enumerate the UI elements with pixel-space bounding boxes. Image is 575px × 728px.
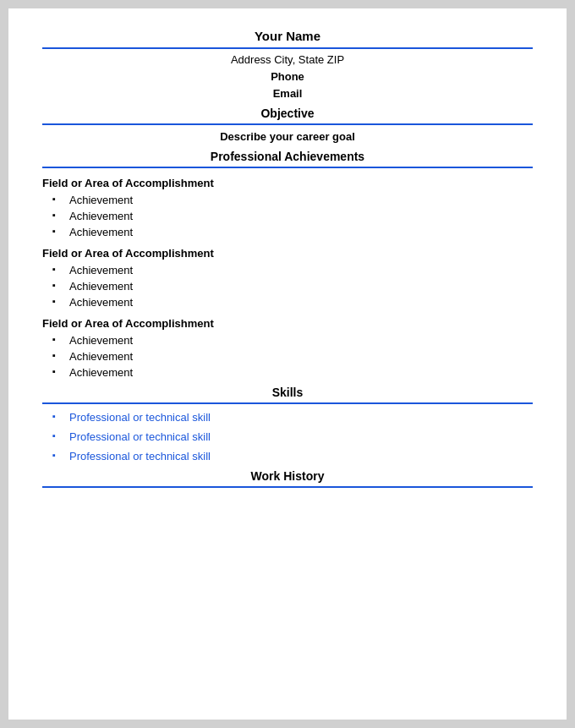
- phone-line: Phone: [42, 70, 533, 83]
- objective-divider: [42, 123, 533, 125]
- achievement-list-3: Achievement Achievement Achievement: [59, 334, 533, 379]
- skill-item-1: Professional or technical skill: [59, 411, 533, 424]
- skills-header: Skills: [42, 386, 533, 399]
- achievement-item: Achievement: [59, 210, 533, 222]
- achievement-item: Achievement: [59, 280, 533, 293]
- address-line: Address City, State ZIP: [42, 53, 533, 66]
- field-header-1: Field or Area of Accomplishment: [42, 177, 533, 189]
- skills-list: Professional or technical skill Professi…: [59, 411, 533, 463]
- skill-item-2: Professional or technical skill: [59, 430, 533, 443]
- skills-divider: [42, 402, 533, 404]
- skill-item-3: Professional or technical skill: [59, 450, 533, 463]
- name-divider: [42, 47, 533, 49]
- achievements-header: Professional Achievements: [42, 150, 533, 163]
- achievement-item: Achievement: [59, 194, 533, 206]
- skills-section: Skills Professional or technical skill P…: [42, 386, 533, 463]
- achievement-item: Achievement: [59, 226, 533, 238]
- achievements-divider: [42, 167, 533, 168]
- objective-content: Describe your career goal: [42, 130, 533, 143]
- work-history-header: Work History: [42, 469, 533, 483]
- achievement-item: Achievement: [59, 334, 533, 347]
- achievement-item: Achievement: [59, 366, 533, 379]
- objective-header: Objective: [42, 107, 533, 120]
- field-header-2: Field or Area of Accomplishment: [42, 247, 533, 260]
- achievements-section: Professional Achievements Field or Area …: [42, 150, 533, 379]
- field-header-3: Field or Area of Accomplishment: [42, 317, 533, 330]
- achievement-item: Achievement: [59, 296, 533, 309]
- achievement-item: Achievement: [59, 264, 533, 276]
- achievement-list-2: Achievement Achievement Achievement: [59, 264, 533, 309]
- resume-name: Your Name: [255, 29, 320, 43]
- resume-page: Your Name Address City, State ZIP Phone …: [8, 8, 567, 720]
- name-section: Your Name: [42, 29, 533, 44]
- achievement-item: Achievement: [59, 350, 533, 363]
- email-line: Email: [42, 87, 533, 100]
- achievement-list-1: Achievement Achievement Achievement: [59, 194, 533, 238]
- work-history-section: Work History: [42, 469, 533, 488]
- work-history-divider: [42, 486, 533, 488]
- contact-section: Address City, State ZIP Phone Email: [42, 53, 533, 100]
